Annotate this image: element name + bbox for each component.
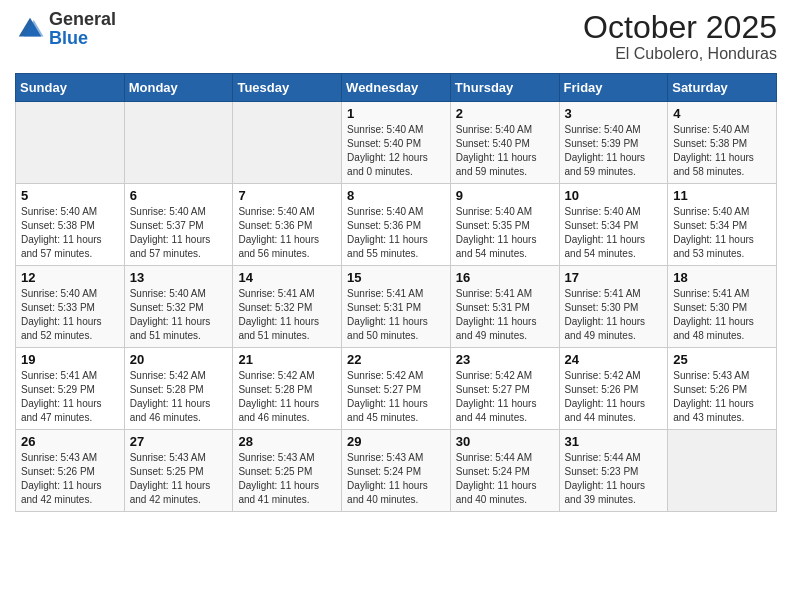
calendar-cell: 7Sunrise: 5:40 AMSunset: 5:36 PMDaylight…: [233, 184, 342, 266]
calendar-week-row: 26Sunrise: 5:43 AMSunset: 5:26 PMDayligh…: [16, 430, 777, 512]
day-number: 12: [21, 270, 119, 285]
calendar-cell: 9Sunrise: 5:40 AMSunset: 5:35 PMDaylight…: [450, 184, 559, 266]
day-info: Sunrise: 5:40 AMSunset: 5:39 PMDaylight:…: [565, 123, 663, 179]
calendar-cell: 15Sunrise: 5:41 AMSunset: 5:31 PMDayligh…: [342, 266, 451, 348]
day-number: 21: [238, 352, 336, 367]
day-number: 16: [456, 270, 554, 285]
day-number: 23: [456, 352, 554, 367]
calendar-cell: 30Sunrise: 5:44 AMSunset: 5:24 PMDayligh…: [450, 430, 559, 512]
day-info: Sunrise: 5:40 AMSunset: 5:37 PMDaylight:…: [130, 205, 228, 261]
day-info: Sunrise: 5:43 AMSunset: 5:25 PMDaylight:…: [238, 451, 336, 507]
calendar-cell: 31Sunrise: 5:44 AMSunset: 5:23 PMDayligh…: [559, 430, 668, 512]
day-number: 2: [456, 106, 554, 121]
day-info: Sunrise: 5:43 AMSunset: 5:26 PMDaylight:…: [21, 451, 119, 507]
calendar-week-row: 5Sunrise: 5:40 AMSunset: 5:38 PMDaylight…: [16, 184, 777, 266]
day-number: 30: [456, 434, 554, 449]
logo: General Blue: [15, 10, 116, 48]
day-number: 15: [347, 270, 445, 285]
calendar-cell: 24Sunrise: 5:42 AMSunset: 5:26 PMDayligh…: [559, 348, 668, 430]
day-number: 18: [673, 270, 771, 285]
logo-text-blue: Blue: [49, 28, 88, 48]
day-number: 3: [565, 106, 663, 121]
day-number: 31: [565, 434, 663, 449]
day-number: 13: [130, 270, 228, 285]
weekday-header-sunday: Sunday: [16, 74, 125, 102]
logo-wordmark: General Blue: [49, 10, 116, 48]
day-info: Sunrise: 5:40 AMSunset: 5:34 PMDaylight:…: [565, 205, 663, 261]
day-number: 4: [673, 106, 771, 121]
calendar-cell: 23Sunrise: 5:42 AMSunset: 5:27 PMDayligh…: [450, 348, 559, 430]
calendar-cell: 26Sunrise: 5:43 AMSunset: 5:26 PMDayligh…: [16, 430, 125, 512]
day-info: Sunrise: 5:41 AMSunset: 5:30 PMDaylight:…: [673, 287, 771, 343]
day-number: 6: [130, 188, 228, 203]
weekday-header-wednesday: Wednesday: [342, 74, 451, 102]
calendar-cell: 29Sunrise: 5:43 AMSunset: 5:24 PMDayligh…: [342, 430, 451, 512]
day-number: 1: [347, 106, 445, 121]
calendar-header-row: SundayMondayTuesdayWednesdayThursdayFrid…: [16, 74, 777, 102]
day-number: 10: [565, 188, 663, 203]
day-number: 14: [238, 270, 336, 285]
calendar-cell: 10Sunrise: 5:40 AMSunset: 5:34 PMDayligh…: [559, 184, 668, 266]
day-number: 11: [673, 188, 771, 203]
calendar-cell: 2Sunrise: 5:40 AMSunset: 5:40 PMDaylight…: [450, 102, 559, 184]
calendar-cell: 6Sunrise: 5:40 AMSunset: 5:37 PMDaylight…: [124, 184, 233, 266]
day-info: Sunrise: 5:41 AMSunset: 5:31 PMDaylight:…: [456, 287, 554, 343]
weekday-header-tuesday: Tuesday: [233, 74, 342, 102]
day-number: 19: [21, 352, 119, 367]
calendar-cell: 3Sunrise: 5:40 AMSunset: 5:39 PMDaylight…: [559, 102, 668, 184]
calendar-week-row: 12Sunrise: 5:40 AMSunset: 5:33 PMDayligh…: [16, 266, 777, 348]
day-info: Sunrise: 5:40 AMSunset: 5:36 PMDaylight:…: [238, 205, 336, 261]
calendar-cell: 21Sunrise: 5:42 AMSunset: 5:28 PMDayligh…: [233, 348, 342, 430]
calendar-cell: [233, 102, 342, 184]
day-info: Sunrise: 5:41 AMSunset: 5:31 PMDaylight:…: [347, 287, 445, 343]
calendar-cell: 13Sunrise: 5:40 AMSunset: 5:32 PMDayligh…: [124, 266, 233, 348]
calendar-cell: [124, 102, 233, 184]
day-info: Sunrise: 5:40 AMSunset: 5:40 PMDaylight:…: [347, 123, 445, 179]
calendar-cell: 19Sunrise: 5:41 AMSunset: 5:29 PMDayligh…: [16, 348, 125, 430]
calendar-title: October 2025: [583, 10, 777, 45]
day-info: Sunrise: 5:40 AMSunset: 5:35 PMDaylight:…: [456, 205, 554, 261]
day-info: Sunrise: 5:42 AMSunset: 5:27 PMDaylight:…: [456, 369, 554, 425]
day-info: Sunrise: 5:40 AMSunset: 5:40 PMDaylight:…: [456, 123, 554, 179]
day-info: Sunrise: 5:43 AMSunset: 5:25 PMDaylight:…: [130, 451, 228, 507]
weekday-header-friday: Friday: [559, 74, 668, 102]
calendar-cell: 20Sunrise: 5:42 AMSunset: 5:28 PMDayligh…: [124, 348, 233, 430]
day-number: 25: [673, 352, 771, 367]
day-info: Sunrise: 5:44 AMSunset: 5:24 PMDaylight:…: [456, 451, 554, 507]
weekday-header-thursday: Thursday: [450, 74, 559, 102]
day-info: Sunrise: 5:40 AMSunset: 5:33 PMDaylight:…: [21, 287, 119, 343]
logo-icon: [15, 14, 45, 44]
day-info: Sunrise: 5:42 AMSunset: 5:28 PMDaylight:…: [238, 369, 336, 425]
day-number: 17: [565, 270, 663, 285]
day-info: Sunrise: 5:42 AMSunset: 5:27 PMDaylight:…: [347, 369, 445, 425]
calendar-cell: [668, 430, 777, 512]
calendar-cell: 16Sunrise: 5:41 AMSunset: 5:31 PMDayligh…: [450, 266, 559, 348]
day-number: 27: [130, 434, 228, 449]
calendar-cell: [16, 102, 125, 184]
day-number: 22: [347, 352, 445, 367]
logo-text-general: General: [49, 9, 116, 29]
calendar-cell: 11Sunrise: 5:40 AMSunset: 5:34 PMDayligh…: [668, 184, 777, 266]
calendar-table: SundayMondayTuesdayWednesdayThursdayFrid…: [15, 73, 777, 512]
calendar-cell: 12Sunrise: 5:40 AMSunset: 5:33 PMDayligh…: [16, 266, 125, 348]
weekday-header-saturday: Saturday: [668, 74, 777, 102]
calendar-week-row: 19Sunrise: 5:41 AMSunset: 5:29 PMDayligh…: [16, 348, 777, 430]
day-number: 5: [21, 188, 119, 203]
calendar-cell: 25Sunrise: 5:43 AMSunset: 5:26 PMDayligh…: [668, 348, 777, 430]
day-number: 8: [347, 188, 445, 203]
calendar-cell: 1Sunrise: 5:40 AMSunset: 5:40 PMDaylight…: [342, 102, 451, 184]
calendar-cell: 27Sunrise: 5:43 AMSunset: 5:25 PMDayligh…: [124, 430, 233, 512]
calendar-cell: 17Sunrise: 5:41 AMSunset: 5:30 PMDayligh…: [559, 266, 668, 348]
calendar-cell: 4Sunrise: 5:40 AMSunset: 5:38 PMDaylight…: [668, 102, 777, 184]
calendar-cell: 8Sunrise: 5:40 AMSunset: 5:36 PMDaylight…: [342, 184, 451, 266]
day-info: Sunrise: 5:43 AMSunset: 5:26 PMDaylight:…: [673, 369, 771, 425]
title-block: October 2025 El Cubolero, Honduras: [583, 10, 777, 63]
day-info: Sunrise: 5:40 AMSunset: 5:34 PMDaylight:…: [673, 205, 771, 261]
day-info: Sunrise: 5:41 AMSunset: 5:32 PMDaylight:…: [238, 287, 336, 343]
calendar-subtitle: El Cubolero, Honduras: [583, 45, 777, 63]
day-info: Sunrise: 5:42 AMSunset: 5:28 PMDaylight:…: [130, 369, 228, 425]
calendar-cell: 18Sunrise: 5:41 AMSunset: 5:30 PMDayligh…: [668, 266, 777, 348]
day-info: Sunrise: 5:41 AMSunset: 5:30 PMDaylight:…: [565, 287, 663, 343]
calendar-week-row: 1Sunrise: 5:40 AMSunset: 5:40 PMDaylight…: [16, 102, 777, 184]
day-number: 9: [456, 188, 554, 203]
